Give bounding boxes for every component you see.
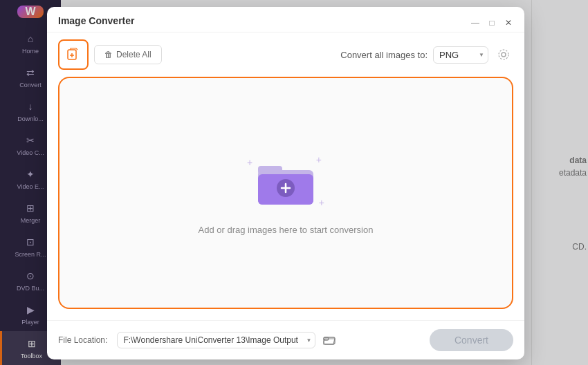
drop-zone[interactable]: + + + Add or drag images here to start c… bbox=[58, 77, 513, 309]
file-path-select-wrapper: F:\Wondershare UniConverter 13\Image Out… bbox=[117, 332, 315, 348]
plus-decoration-2: + bbox=[316, 154, 322, 165]
plus-decoration-1: + bbox=[247, 157, 252, 168]
delete-all-label: Delete All bbox=[116, 50, 151, 59]
add-file-icon bbox=[66, 48, 80, 62]
modal-titlebar: Image Converter — □ ✕ bbox=[47, 7, 524, 32]
toolbar-left: 🗑 Delete All bbox=[58, 39, 162, 70]
image-converter-modal: Image Converter — □ ✕ 🗑 Delete All bbox=[47, 7, 524, 359]
drop-zone-text: Add or drag images here to start convers… bbox=[199, 225, 374, 235]
format-settings-button[interactable] bbox=[494, 45, 513, 64]
convert-all-label: Convert all images to: bbox=[340, 50, 428, 60]
trash-icon: 🗑 bbox=[104, 50, 113, 59]
gear-icon bbox=[497, 48, 510, 61]
minimize-button[interactable]: — bbox=[468, 15, 483, 30]
format-select[interactable]: PNG JPG WEBP BMP TIFF bbox=[433, 46, 488, 64]
folder-open-icon bbox=[323, 335, 336, 346]
plus-decoration-3: + bbox=[319, 197, 324, 208]
close-button[interactable]: ✕ bbox=[501, 15, 516, 30]
delete-all-button[interactable]: 🗑 Delete All bbox=[94, 45, 162, 64]
modal-toolbar: 🗑 Delete All Convert all images to: PNG … bbox=[47, 32, 524, 77]
window-controls: — □ ✕ bbox=[468, 15, 516, 30]
folder-svg bbox=[255, 156, 317, 208]
folder-illustration: + + + bbox=[244, 151, 327, 214]
add-images-button[interactable] bbox=[58, 39, 89, 70]
format-select-wrapper: PNG JPG WEBP BMP TIFF bbox=[433, 46, 488, 64]
modal-footer: File Location: F:\Wondershare UniConvert… bbox=[47, 320, 524, 359]
svg-point-3 bbox=[502, 53, 506, 57]
maximize-button[interactable]: □ bbox=[484, 15, 499, 30]
toolbar-right: Convert all images to: PNG JPG WEBP BMP … bbox=[340, 45, 513, 64]
svg-point-4 bbox=[499, 50, 508, 59]
svg-rect-6 bbox=[258, 166, 282, 174]
convert-button[interactable]: Convert bbox=[430, 329, 513, 351]
file-location-label: File Location: bbox=[58, 335, 107, 345]
file-location-group: File Location: F:\Wondershare UniConvert… bbox=[58, 330, 339, 350]
file-path-select[interactable]: F:\Wondershare UniConverter 13\Image Out… bbox=[117, 332, 315, 348]
browse-folder-button[interactable] bbox=[320, 330, 339, 350]
modal-title: Image Converter bbox=[58, 15, 134, 26]
